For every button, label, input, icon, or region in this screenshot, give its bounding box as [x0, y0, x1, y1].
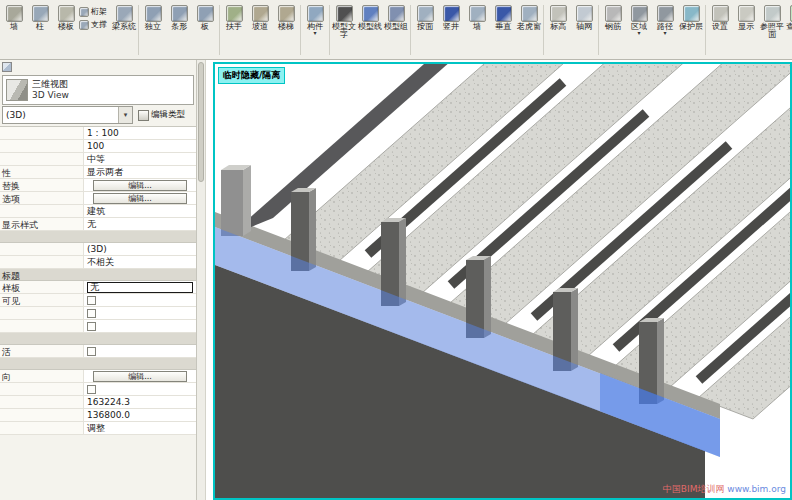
type-selector-text: 三维视图 3D View: [32, 79, 69, 102]
ribbon-button-label: 条形: [166, 23, 192, 31]
ribbon-button-model-group[interactable]: 模型组: [383, 2, 409, 58]
ribbon-button-level[interactable]: 标高: [545, 2, 571, 58]
edit-type-button[interactable]: 编辑类型: [136, 106, 194, 124]
ribbon-button-rebar-path[interactable]: 路径▾: [652, 2, 678, 58]
ribbon-button-shaft[interactable]: 竖井: [438, 2, 464, 58]
ribbon-button-label: 板: [192, 23, 218, 31]
checkbox[interactable]: [87, 385, 96, 394]
ribbon-button-railing[interactable]: 扶手: [221, 2, 247, 58]
checkbox[interactable]: [87, 347, 96, 356]
column-front-face[interactable]: [221, 170, 243, 236]
property-value[interactable]: 中等: [84, 153, 196, 165]
ref-plane-icon: [764, 5, 781, 22]
property-section-row: [0, 333, 196, 345]
property-row: 调整: [0, 422, 196, 435]
property-value[interactable]: (3D): [84, 243, 196, 255]
ribbon-button-wall-opening[interactable]: 墙: [464, 2, 490, 58]
property-row: [0, 307, 196, 320]
column-side-face[interactable]: [243, 165, 251, 236]
ribbon-stack: 桁架支撑: [79, 2, 111, 58]
type-selector[interactable]: 三维视图 3D View: [2, 75, 194, 105]
property-row: 136800.0: [0, 409, 196, 422]
properties-panel: 三维视图 3D View (3D) ▾ 编辑类型 1 : 100100中等性显示…: [0, 60, 197, 500]
property-row: 样板无: [0, 281, 196, 294]
ribbon-button-label: 支撑: [91, 19, 111, 30]
scrollbar-thumb[interactable]: [198, 62, 204, 182]
properties-scrollbar[interactable]: [197, 60, 206, 500]
edit-button[interactable]: 编辑...: [93, 371, 187, 382]
chevron-down-icon: ▾: [663, 31, 666, 35]
property-value[interactable]: 无: [84, 218, 196, 230]
ribbon-button-label: 查看器: [785, 23, 792, 31]
ribbon-button-ref-plane[interactable]: 参照平面: [759, 2, 785, 58]
3d-view-icon: [6, 79, 28, 101]
ribbon-button-floor[interactable]: 楼板: [53, 2, 79, 58]
property-label: [0, 320, 84, 332]
column-icon: [32, 5, 49, 22]
view-selector-value: (3D): [6, 110, 26, 120]
ribbon-button-vertical-opening[interactable]: 垂直: [490, 2, 516, 58]
ribbon-button-beam-system[interactable]: 梁系统: [111, 2, 137, 58]
property-label: 样板: [0, 281, 84, 293]
property-row: 选项编辑...: [0, 192, 196, 205]
property-value[interactable]: 显示两者: [84, 166, 196, 178]
property-value[interactable]: 不相关: [84, 256, 196, 268]
checkbox[interactable]: [87, 309, 96, 318]
ribbon-button-label: 楼板: [53, 23, 79, 31]
edit-button[interactable]: 编辑...: [93, 193, 187, 204]
property-label: 选项: [0, 192, 84, 204]
property-value[interactable]: 136800.0: [84, 409, 196, 421]
property-label: 向: [0, 370, 84, 382]
property-value[interactable]: 调整: [84, 422, 196, 434]
ribbon-button-ramp[interactable]: 坡道: [247, 2, 273, 58]
property-label: [0, 153, 84, 165]
shaft-icon: [443, 5, 460, 22]
property-value[interactable]: 建筑: [84, 205, 196, 217]
property-value[interactable]: 163224.3: [84, 396, 196, 408]
view-template-value[interactable]: 无: [87, 282, 193, 293]
ribbon-button-wall[interactable]: 墙: [1, 2, 27, 58]
property-value: [84, 294, 196, 306]
ribbon-button-strip-foundation[interactable]: 条形: [166, 2, 192, 58]
ribbon-items: 墙柱楼板桁架支撑梁系统独立条形板扶手坡道楼梯构件▾模型文字模型线模型组按面竖井墙…: [0, 0, 792, 59]
3d-viewport[interactable]: 临时隐藏/隔离 中国BIM培训网 www.bim.org: [213, 62, 792, 500]
ribbon-button-workplane-set[interactable]: 设置: [707, 2, 733, 58]
property-value[interactable]: 1 : 100: [84, 127, 196, 139]
ribbon-button-rebar[interactable]: 钢筋: [600, 2, 626, 58]
edit-button[interactable]: 编辑...: [93, 180, 187, 191]
model-text-icon: [336, 5, 353, 22]
ribbon-button-slab-foundation[interactable]: 板: [192, 2, 218, 58]
property-value[interactable]: 100: [84, 140, 196, 152]
ribbon-button-rebar-area[interactable]: 区域▾: [626, 2, 652, 58]
ribbon-button-viewer[interactable]: 查看器: [785, 2, 792, 58]
ribbon-group-divider: [138, 5, 139, 55]
ribbon-button-column[interactable]: 柱: [27, 2, 53, 58]
property-label: [0, 256, 84, 268]
ribbon-button-stair[interactable]: 楼梯: [273, 2, 299, 58]
property-label: 可见: [0, 294, 84, 306]
ribbon-button-cover[interactable]: 保护层: [678, 2, 704, 58]
ribbon-button-grid[interactable]: 轴网: [571, 2, 597, 58]
ribbon-button-label: 按面: [412, 23, 438, 31]
ribbon-button-workplane-show[interactable]: 显示: [733, 2, 759, 58]
ribbon-button-model-line[interactable]: 模型线: [357, 2, 383, 58]
truss-icon: [79, 7, 89, 17]
floor-icon: [58, 5, 75, 22]
ribbon-button-model-text[interactable]: 模型文字: [331, 2, 357, 58]
ribbon-button-component[interactable]: 构件▾: [302, 2, 328, 58]
ribbon-button-label: 参照平面: [759, 23, 785, 40]
ribbon-button-label: 墙: [1, 23, 27, 31]
ribbon-button-brace[interactable]: 支撑: [79, 19, 111, 30]
ribbon-button-truss[interactable]: 桁架: [79, 6, 111, 17]
checkbox[interactable]: [87, 296, 96, 305]
ribbon-button-dormer[interactable]: 老虎窗: [516, 2, 542, 58]
section-label: [0, 231, 84, 242]
property-label: 替换: [0, 179, 84, 191]
ribbon-button-isolated-foundation[interactable]: 独立: [140, 2, 166, 58]
ribbon: 墙柱楼板桁架支撑梁系统独立条形板扶手坡道楼梯构件▾模型文字模型线模型组按面竖井墙…: [0, 0, 792, 60]
property-row: 活: [0, 345, 196, 358]
view-selector-dropdown[interactable]: (3D) ▾: [2, 106, 133, 124]
strip-foundation-icon: [171, 5, 188, 22]
checkbox[interactable]: [87, 322, 96, 331]
ribbon-button-opening-by-face[interactable]: 按面: [412, 2, 438, 58]
